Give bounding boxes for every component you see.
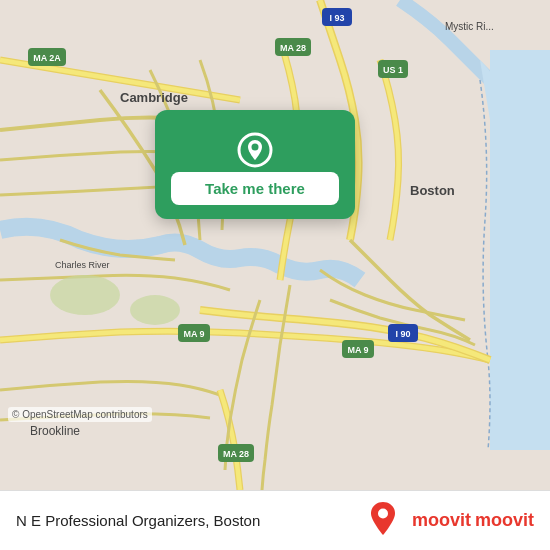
moovit-logo-svg (358, 500, 408, 542)
svg-point-2 (50, 275, 120, 315)
svg-text:MA 9: MA 9 (183, 329, 204, 339)
location-pin-icon (233, 128, 277, 172)
svg-text:I 93: I 93 (329, 13, 344, 23)
moovit-logo: moovit moovit (358, 500, 534, 542)
moovit-brand-text: moovit (475, 510, 534, 531)
moovit-text: moovit (412, 510, 471, 531)
location-title: N E Professional Organizers, Boston (16, 512, 260, 529)
popup-card: Take me there (155, 110, 355, 219)
svg-text:Charles River: Charles River (55, 260, 110, 270)
svg-text:Boston: Boston (410, 183, 455, 198)
svg-text:MA 2A: MA 2A (33, 53, 61, 63)
svg-text:Cambridge: Cambridge (120, 90, 188, 105)
map-container: MA 2A I 93 MA 28 US 1 MA 9 MA 9 I 90 MA … (0, 0, 550, 490)
svg-point-3 (130, 295, 180, 325)
svg-point-26 (252, 144, 259, 151)
take-me-there-button[interactable]: Take me there (171, 172, 339, 205)
svg-text:MA 28: MA 28 (223, 449, 249, 459)
bottom-bar: N E Professional Organizers, Boston moov… (0, 490, 550, 550)
svg-rect-1 (490, 50, 550, 450)
svg-text:MA 28: MA 28 (280, 43, 306, 53)
osm-credit: © OpenStreetMap contributors (8, 407, 152, 422)
svg-point-27 (378, 508, 388, 518)
svg-text:Brookline: Brookline (30, 424, 80, 438)
svg-text:MA 9: MA 9 (347, 345, 368, 355)
svg-text:US 1: US 1 (383, 65, 403, 75)
svg-text:Mystic Ri...: Mystic Ri... (445, 21, 494, 32)
svg-text:I 90: I 90 (395, 329, 410, 339)
